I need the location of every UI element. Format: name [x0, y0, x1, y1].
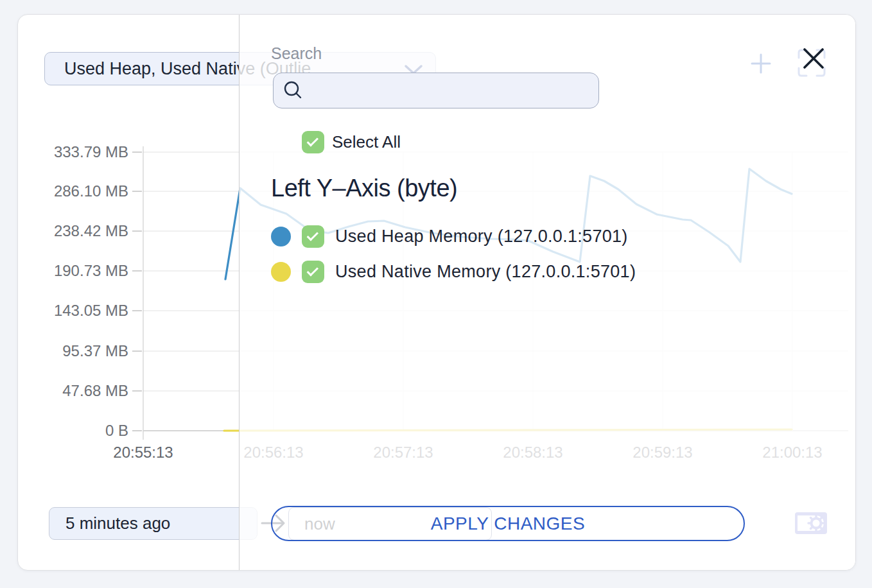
- series-color-dot: [271, 262, 291, 282]
- search-icon: [283, 80, 304, 101]
- y-tick-label: 0 B: [18, 422, 128, 440]
- apply-changes-button[interactable]: APPLY CHANGES: [271, 506, 745, 541]
- series-option-used-native[interactable]: Used Native Memory (127.0.0.1:5701): [271, 261, 636, 283]
- y-tick-label: 286.10 MB: [18, 182, 128, 200]
- series-label: Used Native Memory (127.0.0.1:5701): [335, 262, 636, 282]
- select-all-checkbox[interactable]: [302, 131, 324, 153]
- series-color-dot: [271, 227, 291, 246]
- series-label: Used Heap Memory (127.0.0.1:5701): [335, 227, 628, 246]
- search-label: Search: [271, 44, 322, 63]
- time-from-input[interactable]: 5 minutes ago: [49, 507, 257, 540]
- series-checkbox[interactable]: [302, 261, 324, 283]
- axis-section-heading: Left Y–Axis (byte): [271, 175, 457, 202]
- select-all-label: Select All: [332, 132, 401, 152]
- series-option-used-heap[interactable]: Used Heap Memory (127.0.0.1:5701): [271, 225, 628, 248]
- search-input[interactable]: [273, 73, 599, 108]
- select-all-row[interactable]: Select All: [302, 131, 401, 153]
- close-icon[interactable]: [801, 46, 826, 71]
- y-tick-label: 143.05 MB: [18, 302, 128, 320]
- y-tick-label: 47.68 MB: [18, 382, 128, 400]
- y-tick-label: 238.42 MB: [18, 222, 128, 240]
- series-selector-popover: Search Select All Left Y–Axis (byte) Use…: [239, 15, 856, 571]
- chart-widget-card: Used Heap, Used Native (Outlie 333.79 MB…: [17, 14, 856, 571]
- y-tick-label: 190.73 MB: [18, 262, 128, 280]
- x-tick-label: 20:55:13: [92, 444, 195, 462]
- time-from-value: 5 minutes ago: [65, 514, 170, 533]
- series-checkbox[interactable]: [302, 225, 324, 248]
- y-tick-label: 95.37 MB: [18, 342, 128, 360]
- y-tick-label: 333.79 MB: [18, 143, 128, 161]
